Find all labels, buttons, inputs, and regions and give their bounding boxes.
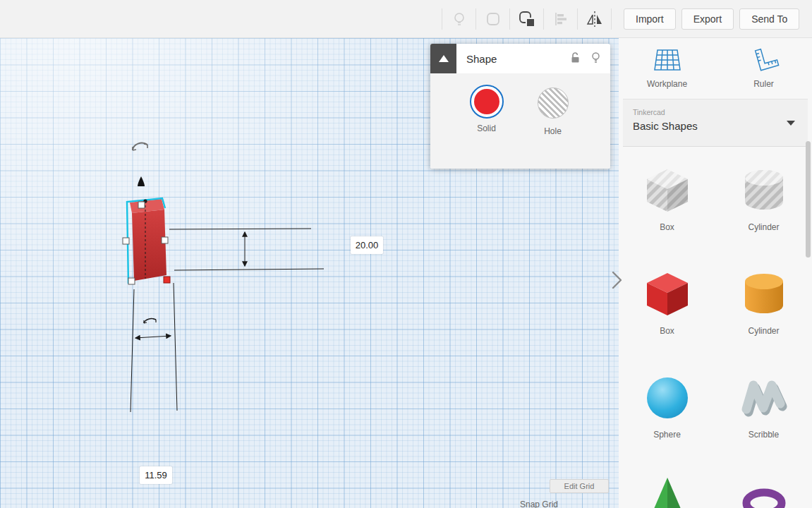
workplane-icon	[650, 47, 684, 75]
align-icon[interactable]	[544, 0, 577, 38]
shape-item-sphere[interactable]: Sphere	[640, 370, 695, 440]
hole-swatch[interactable]	[538, 87, 569, 119]
edit-grid-button[interactable]: Edit Grid	[550, 479, 609, 493]
topbar-buttons: Import Export Send To	[624, 8, 799, 30]
cylinder-hole-icon	[737, 162, 792, 217]
cone-partial-icon	[640, 473, 695, 508]
solid-option[interactable]: Solid	[470, 85, 504, 169]
height-handle-cone[interactable]	[138, 176, 145, 186]
sidebar-collapse-chevron[interactable]	[610, 270, 625, 291]
shape-item-partial-green[interactable]	[640, 473, 695, 508]
rotate-handle-top-icon[interactable]	[133, 143, 147, 150]
workplane-label: Workplane	[647, 79, 687, 89]
box-hole-icon	[640, 162, 695, 217]
solid-swatch[interactable]	[470, 85, 504, 119]
top-toolbar: Import Export Send To	[0, 0, 812, 38]
torus-partial-icon	[737, 473, 792, 508]
dropdown-brand: Tinkercad	[633, 108, 798, 116]
import-button[interactable]: Import	[624, 8, 676, 30]
ungroup-icon[interactable]	[510, 0, 543, 38]
group-icon[interactable]	[476, 0, 509, 38]
shape-item-partial-purple[interactable]	[737, 473, 792, 508]
chevron-down-icon	[787, 121, 795, 126]
shape-inspector-panel: Shape Solid	[430, 44, 610, 169]
shape-item-cylinder-orange[interactable]: Cylinder	[737, 266, 792, 336]
lock-open-icon[interactable]	[569, 52, 581, 66]
shape-label: Box	[660, 326, 674, 336]
box-red-icon	[640, 266, 695, 321]
selected-box-object[interactable]	[127, 198, 166, 284]
sidebar-tools: Workplane Ruler	[619, 38, 812, 89]
shape-item-box-hole[interactable]: Box	[640, 162, 695, 232]
solid-option-label: Solid	[477, 123, 496, 133]
dimension-length-lines	[169, 229, 324, 270]
shape-item-scribble[interactable]: Scribble	[737, 370, 792, 440]
send-to-button[interactable]: Send To	[739, 8, 799, 30]
shape-item-cylinder-hole[interactable]: Cylinder	[737, 162, 792, 232]
rotate-handle-bottom-icon[interactable]	[144, 319, 156, 323]
shape-panel-header: Shape	[430, 44, 610, 73]
dropdown-selected-category: Basic Shapes	[633, 120, 798, 132]
ruler-icon	[749, 47, 780, 75]
active-corner-handle[interactable]	[164, 277, 170, 283]
toolbar-separator	[611, 8, 612, 30]
mirror-icon[interactable]	[578, 0, 611, 38]
toolbar-icon-group	[442, 0, 612, 38]
ruler-label: Ruler	[753, 79, 774, 89]
shape-label: Cylinder	[748, 326, 779, 336]
sphere-icon	[640, 370, 695, 425]
sidebar-scrollbar-thumb[interactable]	[806, 141, 811, 258]
hole-option[interactable]: Hole	[535, 85, 571, 169]
shape-label: Box	[660, 222, 674, 232]
tinkercad-app: Import Export Send To	[0, 0, 812, 508]
snap-grid-label[interactable]: Snap Grid	[520, 500, 558, 508]
light-toggle-icon[interactable]	[442, 0, 475, 38]
dimension-length-input[interactable]: 20.00	[351, 236, 383, 254]
hole-option-label: Hole	[544, 126, 562, 136]
ruler-tool[interactable]: Ruler	[715, 47, 812, 89]
collapse-panel-button[interactable]	[430, 44, 456, 73]
shape-category-dropdown[interactable]: Tinkercad Basic Shapes	[623, 99, 808, 147]
export-button[interactable]: Export	[681, 8, 734, 30]
workplane-tool[interactable]: Workplane	[619, 47, 715, 89]
shape-panel-body: Solid Hole	[430, 73, 610, 169]
shape-item-box-red[interactable]: Box	[640, 266, 695, 336]
shape-label: Cylinder	[748, 222, 779, 232]
lightbulb-icon[interactable]	[590, 52, 602, 66]
shape-label: Scribble	[749, 430, 779, 440]
shapes-sidebar: Workplane Ruler Tinkercad Basic Shapes	[619, 38, 812, 508]
cylinder-orange-icon	[737, 266, 792, 321]
shape-panel-title: Shape	[466, 53, 569, 65]
dimension-width-lines	[131, 283, 177, 412]
scribble-icon	[737, 370, 792, 425]
shape-library-grid: Box Cylinder Box	[619, 147, 812, 508]
dimension-width-input[interactable]: 11.59	[140, 466, 172, 484]
shape-label: Sphere	[653, 430, 681, 440]
